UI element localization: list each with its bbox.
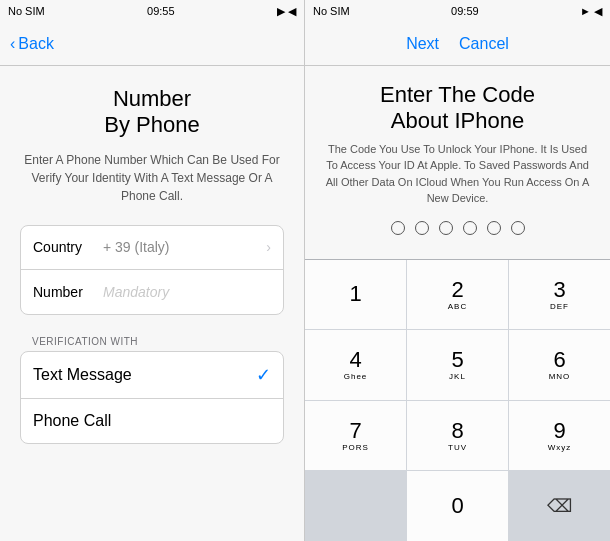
code-circle-2 [415, 221, 429, 235]
code-circle-3 [439, 221, 453, 235]
right-carrier: No SIM [313, 5, 350, 17]
phone-form-group: Country + 39 (Italy) › Number Mandatory [20, 225, 284, 315]
right-title-line2: About IPhone [391, 108, 524, 133]
text-message-label: Text Message [33, 366, 256, 384]
right-status-bar: No SIM 09:59 ► ◀ [305, 0, 610, 22]
country-chevron-icon: › [266, 239, 271, 255]
key-3-digit: 3 [553, 279, 565, 301]
right-description: The Code You Use To Unlock Your IPhone. … [321, 141, 594, 207]
key-6-letters: MNO [549, 372, 571, 381]
verification-section-header: VERIFICATION WITH [20, 330, 284, 351]
key-9-letters: Wxyz [548, 443, 572, 452]
key-7[interactable]: 7 PORS [305, 401, 406, 471]
left-carrier: No SIM [8, 5, 45, 17]
right-nav-bar: Next Cancel [305, 22, 610, 66]
numpad: 1 2 ABC 3 DEF 4 Ghee 5 JKL 6 MNO 7 PORS [305, 259, 610, 541]
left-status-icons: ▶ ◀ [277, 5, 296, 18]
right-panel: No SIM 09:59 ► ◀ Next Cancel Enter The C… [305, 0, 610, 541]
left-status-bar: No SIM 09:55 ▶ ◀ [0, 0, 304, 22]
left-content: Number By Phone Enter A Phone Number Whi… [0, 66, 304, 541]
key-1-digit: 1 [349, 283, 361, 305]
key-6[interactable]: 6 MNO [509, 330, 610, 400]
delete-icon: ⌫ [547, 495, 572, 517]
right-status-icons: ► ◀ [580, 5, 602, 18]
key-2-letters: ABC [448, 302, 467, 311]
number-label: Number [33, 284, 103, 300]
key-3-letters: DEF [550, 302, 569, 311]
left-title: Number By Phone [20, 86, 284, 139]
right-content: Enter The Code About IPhone The Code You… [305, 66, 610, 259]
code-circle-4 [463, 221, 477, 235]
key-2-digit: 2 [451, 279, 463, 301]
left-description: Enter A Phone Number Which Can Be Used F… [20, 151, 284, 205]
key-4[interactable]: 4 Ghee [305, 330, 406, 400]
left-panel: No SIM 09:55 ▶ ◀ ‹ Back Number By Phone … [0, 0, 305, 541]
key-7-letters: PORS [342, 443, 369, 452]
number-row[interactable]: Number Mandatory [21, 270, 283, 314]
phone-call-row[interactable]: Phone Call [21, 399, 283, 443]
back-label: Back [18, 35, 54, 53]
key-5-letters: JKL [449, 372, 466, 381]
key-9[interactable]: 9 Wxyz [509, 401, 610, 471]
key-3[interactable]: 3 DEF [509, 260, 610, 330]
code-circle-1 [391, 221, 405, 235]
code-circles [321, 221, 594, 235]
key-6-digit: 6 [553, 349, 565, 371]
key-5[interactable]: 5 JKL [407, 330, 508, 400]
phone-call-label: Phone Call [33, 412, 271, 430]
left-title-line2: By Phone [104, 112, 199, 137]
chevron-left-icon: ‹ [10, 35, 15, 53]
left-title-line1: Number [113, 86, 191, 111]
country-value: + 39 (Italy) [103, 239, 266, 255]
number-placeholder: Mandatory [103, 284, 169, 300]
right-time: 09:59 [451, 5, 479, 17]
key-0[interactable]: 0 [407, 471, 508, 541]
back-button[interactable]: ‹ Back [10, 35, 54, 53]
next-button[interactable]: Next [406, 35, 439, 53]
key-4-letters: Ghee [344, 372, 368, 381]
left-nav-bar: ‹ Back [0, 22, 304, 66]
key-8[interactable]: 8 TUV [407, 401, 508, 471]
key-0-digit: 0 [451, 495, 463, 517]
key-2[interactable]: 2 ABC [407, 260, 508, 330]
left-time: 09:55 [147, 5, 175, 17]
country-row[interactable]: Country + 39 (Italy) › [21, 226, 283, 270]
key-7-digit: 7 [349, 420, 361, 442]
code-circle-6 [511, 221, 525, 235]
key-empty [305, 471, 406, 541]
text-message-checkmark: ✓ [256, 364, 271, 386]
text-message-row[interactable]: Text Message ✓ [21, 352, 283, 399]
right-title-line1: Enter The Code [380, 82, 535, 107]
code-circle-5 [487, 221, 501, 235]
key-8-digit: 8 [451, 420, 463, 442]
key-4-digit: 4 [349, 349, 361, 371]
key-8-letters: TUV [448, 443, 467, 452]
delete-key[interactable]: ⌫ [509, 471, 610, 541]
key-5-digit: 5 [451, 349, 463, 371]
right-title: Enter The Code About IPhone [321, 82, 594, 135]
cancel-button[interactable]: Cancel [459, 35, 509, 53]
key-1[interactable]: 1 [305, 260, 406, 330]
key-9-digit: 9 [553, 420, 565, 442]
country-label: Country [33, 239, 103, 255]
verification-group: Text Message ✓ Phone Call [20, 351, 284, 444]
